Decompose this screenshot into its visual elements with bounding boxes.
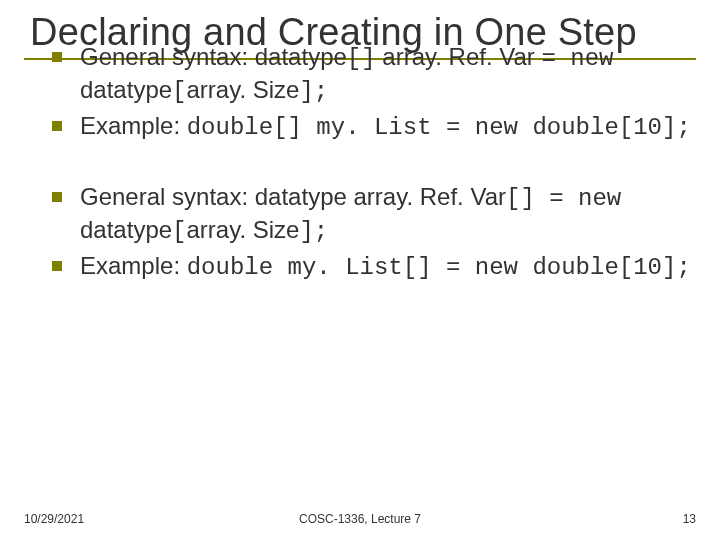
text-run: Example: [80,252,187,279]
text-run: array. Size [186,76,299,103]
code-run: [ [172,218,186,245]
slide: Declaring and Creating in One Step Gener… [0,0,720,540]
code-run: ]; [299,78,328,105]
code-run: double[] my. List = new double[10]; [187,114,691,141]
bullet-list-2: General syntax: datatype array. Ref. Var… [52,182,696,284]
footer: 10/29/2021 COSC-1336, Lecture 7 13 [24,512,696,526]
text-run: General syntax: datatype array. Ref. Var [80,183,506,210]
list-item: General syntax: datatype[] array. Ref. V… [52,42,696,107]
list-item: Example: double[] my. List = new double[… [52,111,696,144]
code-run: [ [172,78,186,105]
list-item: General syntax: datatype array. Ref. Var… [52,182,696,247]
text-run: General syntax: datatype [80,43,347,70]
text-run: datatype [80,76,172,103]
list-item: Example: double my. List[] = new double[… [52,251,696,284]
bullet-list-1: General syntax: datatype[] array. Ref. V… [52,42,696,144]
content-area: General syntax: datatype[] array. Ref. V… [24,42,696,284]
code-run: ]; [299,218,328,245]
text-run: array. Ref. Var [376,43,542,70]
text-run: datatype [80,216,172,243]
footer-page: 13 [683,512,696,526]
code-run: [] = new [506,185,621,212]
text-run: Example: [80,112,187,139]
text-run: array. Size [186,216,299,243]
footer-date: 10/29/2021 [24,512,84,526]
code-run: = new [541,45,613,72]
code-run: double my. List[] = new double[10]; [187,254,691,281]
group-spacer [52,148,696,182]
code-run: [] [347,45,376,72]
footer-course: COSC-1336, Lecture 7 [24,512,696,526]
